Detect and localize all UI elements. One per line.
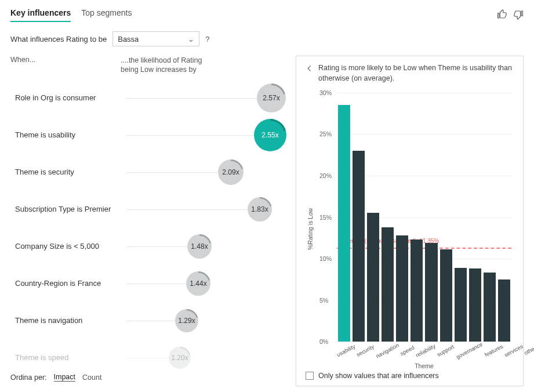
influencer-row[interactable]: Role in Org is consumer2.57x <box>10 79 289 117</box>
thumbs-down-icon[interactable] <box>513 9 524 21</box>
influencer-label: Theme is navigation <box>10 316 126 325</box>
y-tick: 5% <box>319 297 328 304</box>
y-tick: 30% <box>319 89 332 96</box>
influencer-row[interactable]: Theme is navigation1.29x <box>10 302 289 339</box>
influencers-list[interactable]: Role in Org is consumer2.57xTheme is usa… <box>10 79 289 387</box>
chart-bar[interactable] <box>425 243 437 342</box>
influencer-label: Theme is security <box>10 168 126 176</box>
svg-point-3 <box>248 198 271 220</box>
tab-key-influencers[interactable]: Key influencers <box>10 8 71 22</box>
chart-bar[interactable] <box>440 249 452 342</box>
only-influencers-label: Only show values that are influencers <box>318 372 439 380</box>
influencer-row[interactable]: Theme is speed1.20x <box>10 339 289 376</box>
influencer-bubble[interactable]: 1.20x <box>169 347 191 369</box>
chart-bar[interactable] <box>396 235 408 342</box>
chart: 0%5%10%15%20%25%30% Average (excluding s… <box>317 89 514 368</box>
influencer-bubble[interactable]: 1.29x <box>175 309 198 332</box>
svg-point-2 <box>219 160 242 184</box>
chart-bar[interactable] <box>469 268 481 342</box>
sort-label: Ordina per: <box>10 373 47 382</box>
thumbs-up-icon[interactable] <box>497 9 507 21</box>
sort-count[interactable]: Count <box>82 373 101 382</box>
influencer-label: Country-Region is France <box>10 279 126 288</box>
influencer-label: Theme is usability <box>10 130 126 139</box>
svg-point-1 <box>255 119 286 150</box>
y-axis-label: %Rating is Low <box>306 89 314 368</box>
svg-point-5 <box>187 272 209 295</box>
x-axis-label: Theme <box>337 362 511 369</box>
influencer-row[interactable]: Theme is usability2.55x <box>10 117 289 154</box>
chart-bar[interactable] <box>382 227 394 342</box>
question-prefix: What influences Rating to be <box>10 35 107 43</box>
influencer-bubble[interactable]: 2.09x <box>218 159 244 185</box>
dropdown-value: Bassa <box>118 35 139 43</box>
influencer-bubble[interactable]: 2.55x <box>254 119 286 151</box>
influencer-label: Role in Org is consumer <box>10 93 126 102</box>
insight-title: Rating is more likely to be Low when The… <box>318 63 514 84</box>
y-tick: 20% <box>319 172 332 179</box>
svg-point-0 <box>258 84 285 111</box>
influencer-bubble[interactable]: 2.57x <box>257 84 286 112</box>
chart-bar[interactable] <box>484 273 496 342</box>
value-dropdown[interactable]: Bassa ⌄ <box>112 31 199 46</box>
y-tick: 0% <box>319 338 328 345</box>
chevron-down-icon: ⌄ <box>188 35 194 43</box>
influencer-row[interactable]: Company Size is < 5,0001.48x <box>10 228 289 265</box>
influencer-label: Company Size is < 5,000 <box>10 242 126 251</box>
svg-point-7 <box>169 347 190 368</box>
chart-bar[interactable] <box>338 105 350 342</box>
x-tick: other <box>525 342 534 368</box>
column-likelihood: ....the likelihood of Rating being Low i… <box>121 56 213 75</box>
influencer-row[interactable]: Theme is security2.09x <box>10 154 289 191</box>
y-tick: 10% <box>319 255 332 262</box>
chart-bar[interactable] <box>455 268 467 342</box>
influencer-label: Theme is speed <box>10 353 126 362</box>
influencer-label: Subscription Type is Premier <box>10 205 126 213</box>
back-arrow-icon[interactable] <box>306 63 314 76</box>
svg-point-4 <box>188 235 210 257</box>
svg-point-6 <box>176 310 198 332</box>
chart-bar[interactable] <box>411 239 423 342</box>
help-icon[interactable]: ? <box>205 35 209 43</box>
influencer-bubble[interactable]: 1.48x <box>187 234 212 259</box>
chart-bar[interactable] <box>353 151 365 342</box>
y-tick: 25% <box>319 130 332 137</box>
sort-impact[interactable]: Impact <box>54 373 76 382</box>
influencer-bubble[interactable]: 1.44x <box>186 271 210 296</box>
only-influencers-checkbox[interactable] <box>306 372 314 380</box>
tab-top-segments[interactable]: Top segments <box>81 8 132 22</box>
chart-bar[interactable] <box>367 213 379 342</box>
column-when: When... <box>10 56 121 75</box>
chart-bar[interactable] <box>498 280 510 342</box>
influencer-row[interactable]: Subscription Type is Premier1.83x <box>10 191 289 228</box>
influencer-bubble[interactable]: 1.83x <box>248 197 272 222</box>
y-tick: 15% <box>319 214 332 221</box>
influencer-row[interactable]: Country-Region is France1.44x <box>10 265 289 302</box>
